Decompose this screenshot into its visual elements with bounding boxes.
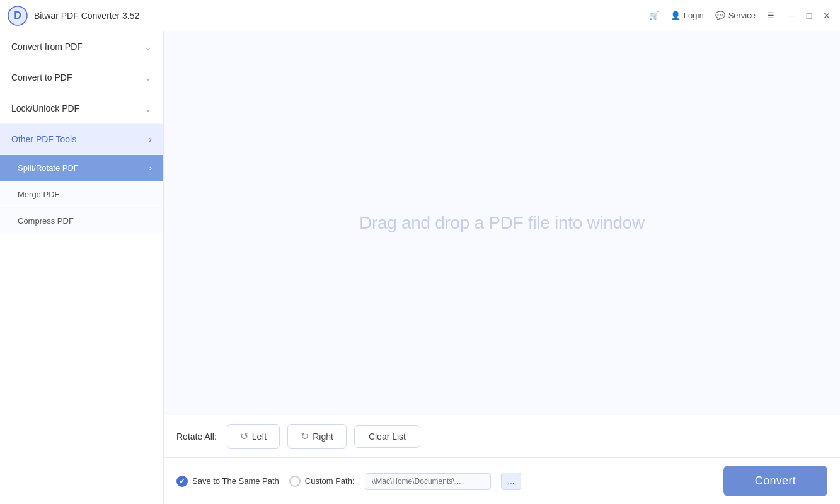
chevron-down-icon: ⌄	[144, 72, 152, 83]
unchecked-radio-icon	[289, 476, 301, 487]
rotate-right-icon: ↻	[301, 430, 309, 442]
footer-bar: ✓ Save to The Same Path Custom Path: ...…	[164, 457, 840, 504]
rotate-label: Rotate All:	[176, 432, 217, 442]
clear-list-label: Clear List	[369, 432, 406, 442]
rotate-left-icon: ↺	[240, 430, 248, 442]
sidebar-item-merge-pdf[interactable]: Merge PDF	[0, 181, 163, 208]
checked-radio-icon: ✓	[176, 476, 188, 487]
sub-label-split-rotate-pdf: Split/Rotate PDF	[18, 163, 79, 173]
sub-label-merge-pdf: Merge PDF	[18, 190, 59, 199]
drop-zone[interactable]: Drag and drop a PDF file into window	[164, 32, 840, 415]
save-same-path-label: Save to The Same Path	[192, 476, 279, 486]
sidebar-item-compress-pdf[interactable]: Compress PDF	[0, 208, 163, 234]
svg-text:D: D	[14, 10, 21, 21]
cart-action[interactable]: 🛒	[649, 11, 659, 20]
window-controls: ─ □ ✕	[786, 10, 832, 21]
sidebar-item-convert-from-pdf[interactable]: Convert from PDF ⌄	[0, 32, 163, 62]
menu-icon[interactable]: ☰	[767, 11, 774, 20]
service-icon: 💬	[715, 11, 725, 20]
user-icon: 👤	[670, 11, 681, 20]
arrow-right-icon: ›	[149, 163, 152, 173]
sidebar-label-other-pdf-tools: Other PDF Tools	[11, 134, 76, 144]
custom-path-input[interactable]	[365, 473, 491, 490]
sub-label-compress-pdf: Compress PDF	[18, 216, 74, 226]
sidebar: Convert from PDF ⌄ Convert to PDF ⌄ Lock…	[0, 32, 164, 504]
service-label: Service	[728, 11, 756, 20]
app-title: Bitwar PDF Converter 3.52	[34, 11, 649, 21]
login-label: Login	[684, 11, 704, 20]
browse-button[interactable]: ...	[501, 472, 522, 490]
app-logo: D	[8, 6, 28, 26]
main-layout: Convert from PDF ⌄ Convert to PDF ⌄ Lock…	[0, 32, 840, 504]
rotate-right-label: Right	[313, 432, 333, 442]
sidebar-label-convert-from-pdf: Convert from PDF	[11, 42, 83, 52]
convert-button[interactable]: Convert	[723, 466, 827, 496]
rotate-left-label: Left	[252, 432, 267, 442]
sidebar-label-lock-unlock-pdf: Lock/Unlock PDF	[11, 103, 79, 113]
sidebar-item-convert-to-pdf[interactable]: Convert to PDF ⌄	[0, 62, 163, 93]
service-action[interactable]: 💬 Service	[715, 11, 756, 20]
login-action[interactable]: 👤 Login	[670, 11, 704, 20]
rotate-right-button[interactable]: ↻ Right	[287, 424, 347, 449]
content-area: Drag and drop a PDF file into window Rot…	[164, 32, 840, 504]
minimize-button[interactable]: ─	[786, 10, 797, 21]
drop-zone-text: Drag and drop a PDF file into window	[359, 213, 645, 233]
sidebar-label-convert-to-pdf: Convert to PDF	[11, 72, 72, 83]
sidebar-item-other-pdf-tools[interactable]: Other PDF Tools ›	[0, 124, 163, 155]
close-button[interactable]: ✕	[821, 10, 832, 21]
cart-icon: 🛒	[649, 11, 659, 20]
title-bar-actions: 🛒 👤 Login 💬 Service ☰	[649, 11, 774, 20]
save-same-path-option[interactable]: ✓ Save to The Same Path	[176, 476, 279, 487]
chevron-down-icon: ⌄	[144, 103, 152, 113]
clear-list-button[interactable]: Clear List	[354, 425, 420, 448]
custom-path-option[interactable]: Custom Path:	[289, 476, 355, 487]
maximize-button[interactable]: □	[803, 10, 815, 21]
browse-icon: ...	[508, 476, 515, 486]
rotate-left-button[interactable]: ↺ Left	[227, 424, 280, 449]
title-bar: D Bitwar PDF Converter 3.52 🛒 👤 Login 💬 …	[0, 0, 840, 32]
rotate-bar: Rotate All: ↺ Left ↻ Right Clear List	[164, 415, 840, 457]
chevron-down-icon: ⌄	[144, 42, 152, 52]
chevron-right-icon: ›	[149, 134, 152, 144]
sidebar-item-split-rotate-pdf[interactable]: Split/Rotate PDF ›	[0, 155, 163, 181]
sidebar-item-lock-unlock-pdf[interactable]: Lock/Unlock PDF ⌄	[0, 93, 163, 124]
custom-path-label: Custom Path:	[305, 476, 355, 486]
convert-label: Convert	[755, 474, 796, 487]
